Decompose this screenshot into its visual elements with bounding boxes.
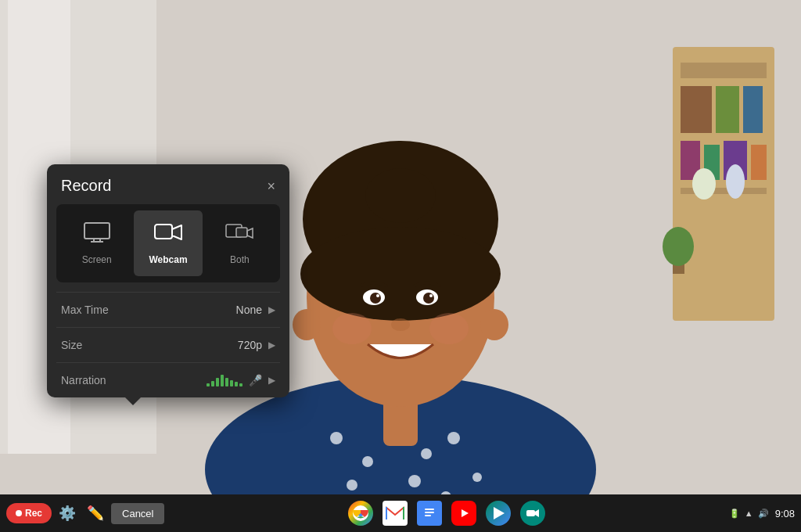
svg-point-27	[472, 473, 482, 482]
narration-label: Narration	[61, 374, 106, 386]
size-row[interactable]: Size 720p ▶	[56, 328, 280, 363]
svg-rect-53	[386, 505, 404, 521]
svg-point-31	[300, 227, 501, 321]
narration-row[interactable]: Narration 🎤 ▶	[56, 363, 280, 397]
svg-point-16	[663, 227, 694, 266]
taskbar-app-youtube[interactable]	[451, 501, 476, 526]
taskbar-right: 🔋 ▲ 🔊 9:08	[729, 508, 795, 519]
size-text: 720p	[238, 339, 262, 351]
max-time-arrow: ▶	[268, 304, 275, 315]
svg-point-19	[362, 456, 373, 467]
settings-section: Max Time None ▶ Size 720p ▶ Narration	[56, 292, 280, 397]
vol-bar-8	[239, 383, 242, 386]
max-time-label: Max Time	[61, 304, 109, 316]
svg-point-13	[692, 168, 716, 200]
svg-point-23	[347, 480, 357, 491]
svg-point-39	[391, 318, 410, 331]
taskbar-app-chrome[interactable]	[348, 501, 373, 526]
svg-point-42	[293, 309, 321, 340]
svg-point-37	[376, 294, 379, 297]
time-display: 9:08	[775, 508, 795, 519]
svg-rect-59	[425, 515, 431, 516]
vol-bar-5	[225, 378, 228, 386]
svg-rect-6	[716, 86, 739, 133]
taskbar-center	[164, 501, 728, 526]
svg-rect-44	[84, 223, 110, 239]
vol-bar-1	[207, 383, 210, 386]
max-time-row[interactable]: Max Time None ▶	[56, 293, 280, 328]
webcam-label: Webcam	[149, 254, 187, 265]
svg-point-18	[330, 432, 343, 444]
size-value: 720p ▶	[238, 339, 275, 351]
svg-rect-5	[681, 86, 712, 133]
webcam-icon	[154, 221, 182, 248]
taskbar-left: Rec ⚙️ ✏️ Cancel	[6, 501, 164, 526]
taskbar-app-gmail[interactable]	[383, 501, 408, 526]
svg-point-38	[429, 294, 433, 297]
system-icons: 🔋 ▲ 🔊	[729, 509, 769, 519]
cancel-button[interactable]: Cancel	[111, 503, 164, 524]
vol-bar-3	[216, 378, 219, 386]
svg-point-36	[423, 293, 434, 304]
svg-rect-55	[403, 507, 404, 519]
taskbar-app-docs[interactable]	[417, 501, 442, 526]
panel-pointer	[125, 397, 141, 405]
svg-rect-11	[751, 145, 767, 180]
svg-rect-54	[386, 507, 387, 519]
svg-point-40	[332, 313, 372, 344]
svg-point-22	[447, 432, 460, 444]
panel-title: Record	[61, 177, 111, 195]
svg-point-21	[421, 448, 432, 459]
svg-rect-65	[526, 510, 535, 516]
svg-rect-57	[425, 509, 434, 510]
svg-point-43	[480, 309, 508, 340]
edit-icon[interactable]: ✏️	[83, 501, 108, 526]
vol-bar-7	[235, 382, 238, 386]
taskbar: Rec ⚙️ ✏️ Cancel	[0, 494, 801, 532]
mode-both[interactable]: Both	[206, 210, 274, 276]
mode-screen[interactable]: Screen	[63, 210, 131, 276]
volume-indicator	[207, 374, 242, 386]
svg-point-32	[365, 168, 436, 223]
screen-label: Screen	[82, 254, 112, 265]
svg-point-14	[726, 164, 745, 199]
rec-label: Rec	[25, 508, 42, 519]
close-button[interactable]: ×	[267, 179, 275, 193]
svg-rect-7	[743, 86, 763, 133]
svg-point-25	[408, 475, 421, 487]
vol-bar-2	[211, 381, 214, 386]
volume-icon: 🔊	[758, 509, 769, 519]
svg-rect-58	[425, 512, 434, 513]
both-label: Both	[230, 254, 250, 265]
svg-rect-50	[236, 228, 247, 237]
vol-bar-6	[230, 380, 233, 386]
svg-rect-4	[681, 63, 767, 78]
rec-button[interactable]: Rec	[6, 503, 52, 523]
size-label: Size	[61, 339, 82, 351]
narration-controls: 🎤 ▶	[207, 374, 275, 386]
vol-bar-4	[221, 375, 224, 386]
settings-icon[interactable]: ⚙️	[55, 501, 80, 526]
battery-icon: 🔋	[729, 509, 740, 519]
svg-point-35	[370, 293, 381, 304]
both-icon	[225, 221, 253, 248]
taskbar-app-meet[interactable]	[520, 501, 545, 526]
panel-header: Record ×	[47, 164, 289, 204]
mic-icon: 🎤	[249, 374, 262, 386]
svg-rect-48	[155, 225, 172, 239]
wifi-icon: ▲	[745, 509, 753, 518]
mode-webcam[interactable]: Webcam	[134, 210, 202, 276]
taskbar-app-playstore[interactable]	[486, 501, 511, 526]
record-panel: Record × Screen We	[47, 164, 289, 397]
svg-point-41	[429, 313, 469, 344]
rec-dot	[16, 510, 22, 516]
max-time-text: None	[236, 304, 262, 316]
narration-arrow: ▶	[268, 375, 275, 386]
size-arrow: ▶	[268, 340, 275, 350]
max-time-value: None ▶	[236, 304, 275, 316]
mode-selector: Screen Webcam Both	[56, 204, 280, 282]
screen-icon	[83, 221, 111, 248]
